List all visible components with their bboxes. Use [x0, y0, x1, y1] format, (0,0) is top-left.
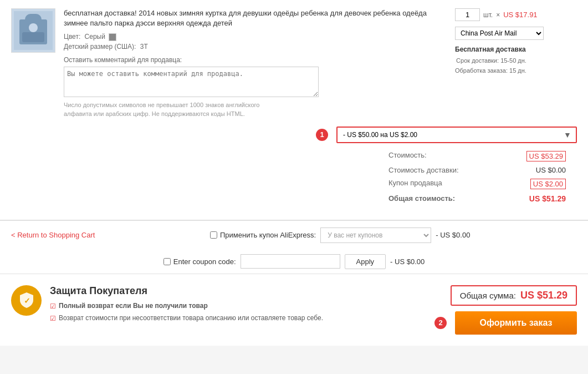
coupon-code-checkbox[interactable] [163, 258, 171, 265]
cost-row: Стоимость: US $53.29 [388, 149, 566, 164]
product-color: Цвет: Серый [64, 33, 447, 41]
seller-coupon-label: Купон продавца [388, 179, 442, 189]
bottom-bar: < Return to Shopping Cart Применить купо… [0, 220, 588, 250]
svg-point-3 [29, 23, 38, 32]
shipping-select[interactable]: China Post Air Mail [455, 27, 544, 40]
comment-textarea[interactable] [64, 67, 319, 97]
aliexpress-coupon-select[interactable]: У вас нет купонов [320, 228, 431, 243]
summary-section: Стоимость: US $53.29 Стоимость доставки:… [11, 146, 577, 211]
coupon-select-wrap: Применить купон продавца - US $50.00 на … [336, 127, 577, 143]
aliexpress-discount: - US $0.00 [436, 231, 470, 239]
protection-text-2: Возврат стоимости при несоответствии тов… [59, 314, 323, 323]
aliexpress-coupon-checkbox[interactable] [210, 231, 217, 239]
product-section: бесплатная доставка! 2014 новых зимняя к… [0, 0, 588, 220]
footer-summary: ✓ Защита Покупателя ☑ Полный возврат есл… [0, 274, 588, 346]
coupon-code-input[interactable] [241, 254, 340, 269]
quantity-input[interactable] [455, 8, 480, 21]
protection-text-1: Полный возврат если Вы не получили товар [59, 301, 208, 311]
shipping-select-wrap: China Post Air Mail [455, 27, 544, 40]
return-to-cart-link[interactable]: < Return to Shopping Cart [11, 231, 95, 239]
coupon-code-discount: - US $0.00 [390, 257, 425, 266]
coupon-code-row: Enter coupon code: Apply - US $0.00 [0, 250, 588, 274]
total-value: US $51.29 [529, 194, 566, 203]
size-label: Детский размер (США): [64, 43, 136, 50]
aliexpress-coupon-label[interactable]: Применить купон AliExpress: [210, 231, 316, 239]
color-value: Серый [85, 33, 105, 41]
color-swatch [109, 33, 116, 41]
cost-value: US $53.29 [526, 151, 566, 161]
color-label: Цвет: [64, 33, 80, 41]
product-info: бесплатная доставка! 2014 новых зимняя к… [64, 8, 447, 118]
checkout-button[interactable]: Оформить заказ [455, 311, 577, 335]
main-container: бесплатная доставка! 2014 новых зимняя к… [0, 0, 588, 346]
coupon-badge-1: 1 [316, 129, 328, 141]
size-value: 3T [140, 43, 148, 50]
product-image [11, 8, 55, 53]
quantity-price-area: шт. × US $17.91 China Post Air Mail Бесп… [455, 8, 577, 75]
multiply-symbol: × [496, 11, 500, 19]
coupon-dropdown-arrow: ▼ [559, 130, 576, 139]
checkout-badge: 2 [434, 317, 447, 329]
total-label: Общая стоимость: [388, 194, 455, 203]
protection-text: Защита Покупателя ☑ Полный возврат если … [50, 285, 411, 326]
protection-title: Защита Покупателя [50, 285, 411, 297]
check-icon-2: ☑ [50, 314, 56, 324]
unit-price: US $17.91 [503, 11, 537, 19]
qty-row: шт. × US $17.91 [455, 8, 538, 21]
svg-text:✓: ✓ [24, 296, 30, 305]
delivery-time-value: 15-50 дн. [500, 57, 526, 64]
svg-rect-4 [22, 32, 44, 42]
comment-label: Оставить комментарий для продавца: [64, 56, 447, 64]
shield-icon: ✓ [11, 285, 42, 316]
free-delivery-label: Бесплатная доставка [455, 46, 526, 53]
shipping-cost-value: US $0.00 [536, 166, 566, 174]
buyer-protection: ✓ Защита Покупателя ☑ Полный возврат есл… [11, 285, 411, 326]
aliexpress-coupon-area: Применить купон AliExpress: У вас нет ку… [103, 228, 577, 243]
cost-label: Стоимость: [388, 151, 427, 161]
seller-coupon-value: US $2.00 [530, 179, 566, 189]
product-size: Детский размер (США): 3T [64, 43, 447, 50]
seller-coupon-row-summary: Купон продавца US $2.00 [388, 176, 566, 191]
processing-label: Обработка заказа: [455, 67, 508, 74]
footer-total-value: US $51.29 [520, 290, 567, 301]
delivery-info: Срок доставки: 15-50 дн. Обработка заказ… [455, 56, 526, 75]
product-title: бесплатная доставка! 2014 новых зимняя к… [64, 8, 447, 28]
processing-value: 15 дн. [509, 67, 526, 74]
protection-item-2: ☑ Возврат стоимости при несоответствии т… [50, 314, 411, 324]
seller-coupon-select[interactable]: Применить купон продавца - US $50.00 на … [338, 128, 559, 142]
seller-coupon-row: 1 Применить купон продавца - US $50.00 н… [11, 118, 577, 146]
apply-button[interactable]: Apply [345, 254, 386, 269]
total-row: Общая стоимость: US $51.29 [388, 191, 566, 206]
coupon-code-label[interactable]: Enter coupon code: [163, 257, 236, 266]
unit-label: шт. [483, 11, 493, 19]
bottom-actions-row: 2 Оформить заказ [434, 311, 577, 335]
comment-hint: Число допустимых символов не превышает 1… [64, 101, 285, 118]
coupon-code-text: Enter coupon code: [173, 257, 236, 266]
order-summary-right: Общая сумма: US $51.29 2 Оформить заказ [422, 285, 577, 335]
footer-total-label: Общая сумма: [460, 291, 516, 300]
total-amount-box: Общая сумма: US $51.29 [451, 285, 577, 306]
delivery-time-label: Срок доставки: [456, 57, 499, 64]
shipping-cost-label: Стоимость доставки: [388, 166, 459, 174]
shipping-row: Стоимость доставки: US $0.00 [388, 164, 566, 176]
aliexpress-coupon-text: Применить купон AliExpress: [220, 231, 316, 239]
protection-item-1: ☑ Полный возврат если Вы не получили тов… [50, 301, 411, 311]
product-row: бесплатная доставка! 2014 новых зимняя к… [11, 8, 577, 118]
check-icon-1: ☑ [50, 302, 56, 311]
